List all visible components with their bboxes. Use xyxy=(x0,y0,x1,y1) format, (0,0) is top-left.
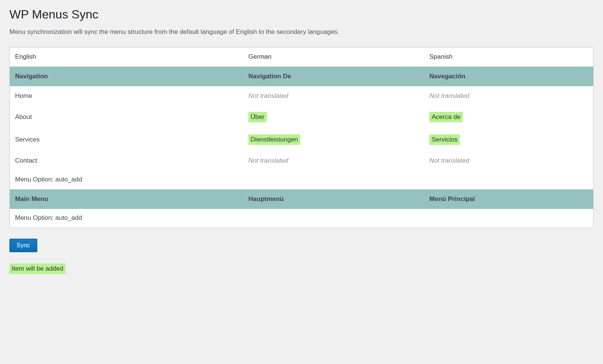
item-spanish: Servicios xyxy=(424,128,593,151)
header-german: German xyxy=(243,47,424,67)
menu-option-text: Menu Option: auto_add xyxy=(10,171,594,189)
group-name-spanish: Navegación xyxy=(424,67,593,87)
group-name-spanish: Menú Principal xyxy=(424,189,593,209)
item-english: About xyxy=(10,106,243,128)
item-english: Home xyxy=(10,86,243,106)
added-label: Über xyxy=(248,112,267,122)
page-title: WP Menus Sync xyxy=(9,8,594,21)
item-german: Dienstleistungen xyxy=(243,128,424,151)
menu-option-row: Menu Option: auto_add xyxy=(10,209,594,228)
legend-added: Item will be added xyxy=(9,263,66,274)
group-name-english: Main Menu xyxy=(10,189,243,209)
sync-button[interactable]: Sync xyxy=(9,239,37,252)
item-german: Über xyxy=(243,106,424,128)
table-row: Home Not translated Not translated xyxy=(10,86,594,106)
table-row: Contact Not translated Not translated xyxy=(10,151,594,171)
not-translated-label: Not translated xyxy=(429,92,469,99)
item-spanish: Not translated xyxy=(424,151,593,171)
header-spanish: Spanish xyxy=(424,47,593,67)
not-translated-label: Not translated xyxy=(248,157,288,164)
table-row: Services Dienstleistungen Servicios xyxy=(10,128,594,151)
menu-option-row: Menu Option: auto_add xyxy=(10,171,594,189)
added-label: Acerca de xyxy=(429,112,463,122)
menu-group-row: Main Menu Hauptmenü Menú Principal xyxy=(10,189,594,209)
item-spanish: Not translated xyxy=(424,86,593,106)
menu-option-text: Menu Option: auto_add xyxy=(10,209,594,228)
item-german: Not translated xyxy=(243,151,424,171)
page-description: Menu synchronization will sync the menu … xyxy=(9,28,594,36)
item-english: Contact xyxy=(10,151,243,171)
menu-sync-table: English German Spanish Navigation Naviga… xyxy=(9,47,594,228)
group-name-german: Hauptmenü xyxy=(243,189,424,209)
table-row: About Über Acerca de xyxy=(10,106,594,128)
group-name-german: Navigation De xyxy=(243,67,424,87)
group-name-english: Navigation xyxy=(10,67,243,87)
added-label: Servicios xyxy=(429,134,460,145)
item-german: Not translated xyxy=(243,86,424,106)
header-english: English xyxy=(10,47,243,67)
not-translated-label: Not translated xyxy=(429,157,469,164)
added-label: Dienstleistungen xyxy=(248,134,300,145)
not-translated-label: Not translated xyxy=(248,92,288,99)
table-header-row: English German Spanish xyxy=(10,47,594,67)
item-english: Services xyxy=(10,128,243,151)
item-spanish: Acerca de xyxy=(424,106,593,128)
menu-group-row: Navigation Navigation De Navegación xyxy=(10,67,594,87)
